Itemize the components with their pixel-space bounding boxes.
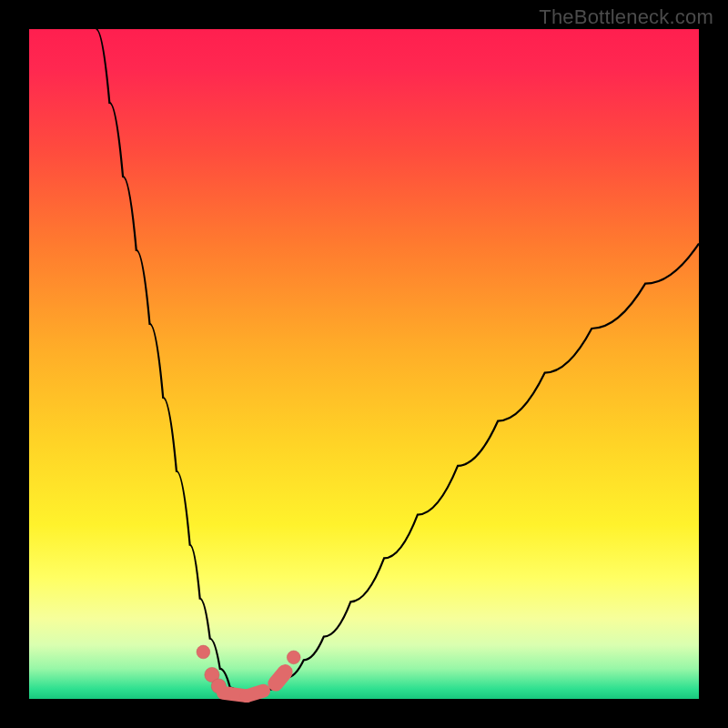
marker-seg-e: [247, 691, 263, 696]
curve-layer: [29, 29, 699, 699]
marker-pt-a: [197, 645, 210, 659]
curve-right-branch: [247, 244, 699, 697]
marker-group: [197, 645, 300, 696]
marker-pt-g: [287, 651, 300, 664]
chart-frame: TheBottleneck.com: [0, 0, 728, 728]
plot-area: [29, 29, 699, 699]
marker-seg-f: [276, 672, 285, 684]
watermark-text: TheBottleneck.com: [539, 5, 713, 29]
curve-left-branch: [96, 29, 248, 697]
